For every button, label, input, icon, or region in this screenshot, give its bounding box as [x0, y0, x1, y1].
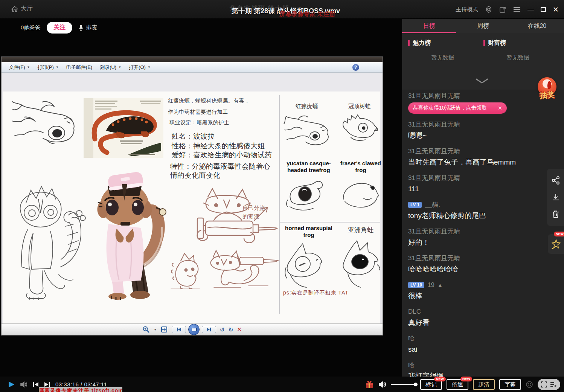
- charm-rank-title: 魅力榜: [408, 39, 431, 47]
- art-trait-line2: 情的变化而变化: [170, 171, 220, 180]
- chat-message: 31且无风雨且无晴 好的！: [402, 227, 564, 247]
- salamander-book-photo: [84, 98, 163, 158]
- menu-burn[interactable]: 刻录(U)▼: [97, 63, 124, 72]
- label-yucatan-treefrog: yucatan casque-headed treefrog: [283, 160, 334, 174]
- chibi-line-sketch: [5, 180, 90, 300]
- art-intro-line1: 红瘰疣螈，蝾螈科疣螈属。有毒，: [168, 98, 250, 104]
- crowned-treefrog-sketch: [340, 112, 379, 143]
- rotate-cw-icon[interactable]: ↻: [229, 327, 233, 333]
- chat-message: LV 10 19 ▲ 很棒: [402, 281, 564, 300]
- gear-icon[interactable]: [485, 6, 492, 13]
- mark-button[interactable]: 标记 NEW: [420, 379, 442, 390]
- close-notification-icon[interactable]: ✕: [498, 105, 502, 111]
- chevron-down-icon: ▼: [56, 66, 59, 69]
- next-image-button[interactable]: [202, 326, 216, 333]
- level-badge: LV 10: [408, 282, 424, 288]
- gift-icon[interactable]: [365, 380, 374, 389]
- chat-message-list: 31且无风雨且无晴 恭喜你获得10活跃值，点击领取 ✕ 31且无风雨且无晴 嗯嗯…: [402, 90, 564, 377]
- recorder-watermark-bottom: 屏幕录像专家未注册 tlzsoft.com: [39, 387, 122, 392]
- help-icon[interactable]: ?: [352, 64, 359, 71]
- menu-icon[interactable]: [513, 7, 521, 12]
- download-icon[interactable]: [551, 193, 560, 202]
- slideshow-button[interactable]: [188, 324, 200, 335]
- streamer-row: 0她爸爸 关注 排麦: [21, 22, 97, 34]
- window-controls: 主持模式 — ✕: [456, 0, 559, 19]
- maximize-button[interactable]: [541, 7, 546, 12]
- fraser-frog-sketch: [341, 178, 380, 214]
- actual-size-icon[interactable]: [160, 326, 168, 333]
- tab-weekly-rank[interactable]: 周榜: [456, 19, 510, 33]
- popout-icon[interactable]: [499, 6, 506, 13]
- activity-notification[interactable]: 恭喜你获得10活跃值，点击领取 ✕: [408, 102, 507, 114]
- chat-message: LV 1 __貓. tony老师精心修剪的尾巴: [402, 201, 564, 220]
- chat-message: 31且无风雨且无晴 哈哈哈哈哈哈哈: [402, 254, 564, 274]
- subtitle-button[interactable]: 字幕: [499, 379, 521, 390]
- host-mode-label: 主持模式: [456, 6, 478, 13]
- pin-tool-button[interactable]: NEW: [548, 234, 564, 254]
- rotate-ccw-icon[interactable]: ↺: [220, 327, 225, 333]
- follow-button[interactable]: 关注: [47, 22, 72, 34]
- collapse-rank-button[interactable]: [476, 78, 488, 84]
- home-button[interactable]: 大厅: [11, 5, 33, 13]
- playlist-icon[interactable]: [550, 382, 557, 387]
- menu-print[interactable]: 打印(P)▼: [35, 63, 62, 72]
- play-icon[interactable]: [8, 381, 15, 388]
- menu-file[interactable]: 文件(F)▼: [6, 63, 33, 72]
- chat-tab-bar: 日榜 周榜 在线20: [402, 19, 564, 33]
- wealth-rank-title: 财富榜: [483, 39, 506, 47]
- art-intro-line2: 作为中药材需要进行加工: [168, 109, 228, 116]
- accent-bar: [483, 40, 485, 46]
- label-asian-horned-frog: 亚洲角蛙: [339, 226, 383, 234]
- label-crowned-treefrog: 冠顶树蛙: [339, 103, 380, 110]
- delete-icon[interactable]: ✕: [237, 326, 242, 333]
- salamander-head-sketch: [11, 94, 78, 150]
- art-personality-line: 性格：神经大条的性感傻大姐: [172, 141, 265, 151]
- fullscreen-icon[interactable]: [541, 381, 547, 387]
- streamer-name: 0她爸爸: [21, 24, 41, 31]
- viewer-menu-bar: 文件(F)▼ 打印(P)▼ 电子邮件(E) 刻录(U)▼ 打开(O)▼: [2, 62, 383, 73]
- chevron-down-icon: ▼: [27, 66, 30, 69]
- zoom-caret-icon[interactable]: ▼: [154, 328, 157, 331]
- quality-button[interactable]: 超清: [473, 379, 495, 390]
- player-bar: 03:33:16 / 03:47:11 屏幕录像专家未注册 tlzsoft.co…: [0, 377, 564, 392]
- tab-daily-rank[interactable]: 日榜: [402, 19, 456, 33]
- next-frame-icon[interactable]: [44, 382, 50, 387]
- home-label: 大厅: [21, 5, 33, 13]
- mic-queue-button[interactable]: 排麦: [78, 24, 97, 31]
- video-area: 0她爸爸 关注 排麦 文件(F)▼ 打印(P)▼ 电子邮件(E) 刻录(U)▼ …: [0, 19, 402, 377]
- previous-image-button[interactable]: [172, 326, 186, 333]
- time-display: 03:33:16 / 03:47:11: [55, 381, 107, 387]
- art-hobby-line: 爱好：喜欢给生病的小动物试药: [172, 150, 272, 160]
- close-button[interactable]: ✕: [553, 6, 559, 13]
- side-toolbar: [547, 169, 564, 226]
- mic-icon: [78, 24, 84, 31]
- lottery-button[interactable]: 抽奖: [535, 77, 559, 101]
- viewer-canvas: 红瘰疣螈，蝾螈科疣螈属。有毒， 作为中药材需要进行加工 职业设定：暗黑系的护士 …: [2, 73, 383, 324]
- zoom-icon[interactable]: [142, 326, 150, 333]
- speed-button[interactable]: 倍速 NEW: [447, 379, 468, 390]
- poison-note: 自己分泌 的毒液: [242, 204, 265, 221]
- minimize-button[interactable]: —: [527, 6, 534, 13]
- prev-frame-icon[interactable]: [33, 382, 39, 387]
- speaker-icon[interactable]: [20, 381, 27, 388]
- smiley-icon: [526, 381, 533, 388]
- volume-icon[interactable]: [378, 381, 386, 388]
- photo-viewer-window: 文件(F)▼ 打印(P)▼ 电子邮件(E) 刻录(U)▼ 打开(O)▼ ?: [1, 56, 383, 336]
- ps-note: ps:实在是翻译不粗来 TAT: [283, 290, 349, 296]
- chat-message: 哈 sai: [402, 334, 564, 354]
- newt-head-sketch: [283, 111, 331, 149]
- chevron-down-icon: ▼: [118, 66, 121, 69]
- top-bar: 大厅 角色实战班 第十期 第十期 第28课 战斗怪和BOSS.wmv 屏幕录像专…: [0, 0, 564, 19]
- asian-horned-frog-sketch: [338, 237, 382, 290]
- pin-star-icon: [551, 239, 561, 249]
- menu-email[interactable]: 电子邮件(E): [63, 63, 95, 72]
- tab-online[interactable]: 在线20: [510, 19, 564, 33]
- art-trait-line1: 特性：分泌的毒液毒性会随着心: [170, 162, 270, 171]
- menu-open[interactable]: 打开(O)▼: [126, 63, 154, 72]
- volume-slider[interactable]: [391, 384, 416, 385]
- trash-icon[interactable]: [552, 210, 560, 219]
- share-icon[interactable]: [551, 176, 560, 185]
- new-badge: NEW: [460, 377, 472, 381]
- wealth-rank-empty: 暂无数据: [477, 54, 558, 61]
- scared-creature-sketch: [169, 250, 202, 290]
